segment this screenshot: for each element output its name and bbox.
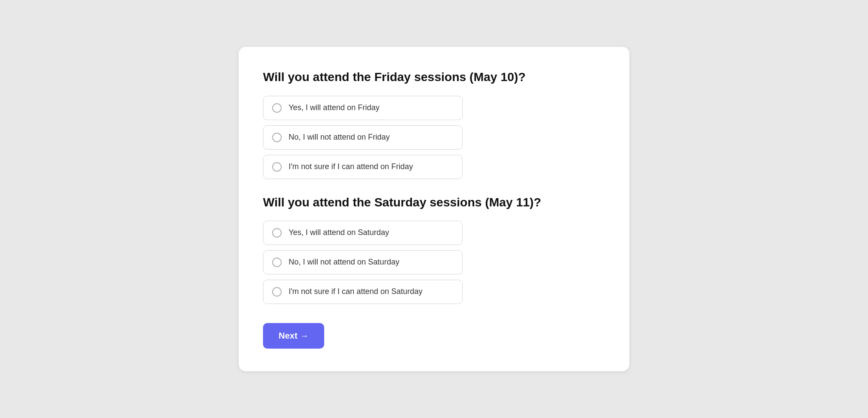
survey-card: Will you attend the Friday sessions (May… xyxy=(239,47,629,371)
friday-unsure-label: I'm not sure if I can attend on Friday xyxy=(289,162,413,171)
saturday-unsure-label: I'm not sure if I can attend on Saturday xyxy=(289,287,423,296)
radio-circle-saturday-unsure xyxy=(272,287,282,297)
radio-circle-friday-unsure xyxy=(272,162,282,172)
friday-yes-label: Yes, I will attend on Friday xyxy=(289,103,379,112)
radio-circle-friday-yes xyxy=(272,103,282,113)
saturday-option-unsure[interactable]: I'm not sure if I can attend on Saturday xyxy=(263,280,463,304)
radio-circle-saturday-yes xyxy=(272,228,282,238)
saturday-yes-label: Yes, I will attend on Saturday xyxy=(289,228,389,237)
radio-circle-friday-no xyxy=(272,133,282,142)
friday-no-label: No, I will not attend on Friday xyxy=(289,133,390,142)
radio-circle-saturday-no xyxy=(272,258,282,267)
friday-question-title: Will you attend the Friday sessions (May… xyxy=(263,69,605,85)
saturday-option-no[interactable]: No, I will not attend on Saturday xyxy=(263,250,463,274)
friday-section: Will you attend the Friday sessions (May… xyxy=(263,69,605,179)
saturday-no-label: No, I will not attend on Saturday xyxy=(289,258,399,267)
friday-option-no[interactable]: No, I will not attend on Friday xyxy=(263,125,463,150)
friday-option-yes[interactable]: Yes, I will attend on Friday xyxy=(263,96,463,120)
saturday-question-title: Will you attend the Saturday sessions (M… xyxy=(263,195,605,210)
friday-option-unsure[interactable]: I'm not sure if I can attend on Friday xyxy=(263,155,463,179)
saturday-section: Will you attend the Saturday sessions (M… xyxy=(263,195,605,304)
saturday-option-yes[interactable]: Yes, I will attend on Saturday xyxy=(263,221,463,245)
next-button[interactable]: Next → xyxy=(263,323,324,349)
friday-options-group: Yes, I will attend on Friday No, I will … xyxy=(263,96,605,179)
saturday-options-group: Yes, I will attend on Saturday No, I wil… xyxy=(263,221,605,304)
